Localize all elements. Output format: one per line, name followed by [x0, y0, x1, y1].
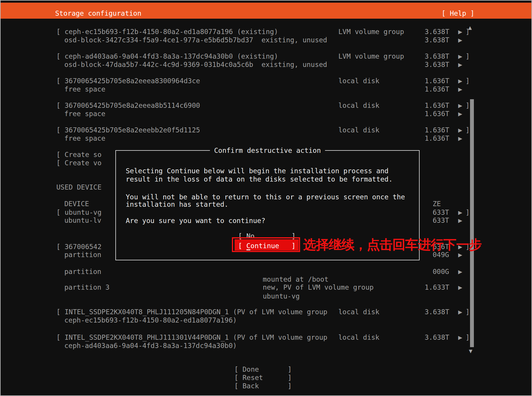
- help-button[interactable]: [ Help ]: [442, 9, 474, 17]
- row-close-bracket: ]: [466, 334, 470, 342]
- row-size: 3.638T: [425, 308, 449, 316]
- row-size: 1.636T: [425, 126, 449, 134]
- row-size: 633T: [433, 217, 449, 225]
- row-annotation: new, PV of LVM volume group: [263, 283, 374, 291]
- row-close-bracket: ]: [466, 308, 470, 316]
- row-type: LVM volume group: [338, 52, 404, 60]
- row-expand-icon: ▶: [458, 110, 462, 118]
- row-expand-icon: ▶: [458, 268, 462, 276]
- row-size: 3.638T: [425, 334, 449, 342]
- row-label: [ ceph-ad403aa6-9a04-4fd3-8a3a-137dc94a3…: [56, 52, 278, 60]
- row-label: ceph-ec15b693-f12b-4150-80a2-ed1a8077a19…: [64, 316, 237, 324]
- reset-button[interactable]: [ Reset ]: [234, 374, 292, 382]
- row-close-bracket: ]: [466, 102, 470, 110]
- back-button[interactable]: [ Back ]: [234, 382, 292, 390]
- dialog-title: Confirm destructive action: [210, 147, 325, 155]
- row-label: osd-block-47daa5b7-442c-4c9d-9369-031b4c…: [64, 61, 327, 69]
- row-expand-icon: ▶: [458, 102, 462, 110]
- row-size: 3.638T: [425, 61, 449, 69]
- row-label: [ 3670065425b705e8a2eeea8b5114c6900: [56, 102, 200, 110]
- dialog-text-line: result in the loss of data on the disks …: [126, 175, 393, 183]
- row-label: DEVICE: [64, 200, 89, 208]
- row-label: free space: [64, 134, 105, 142]
- row-size: 1.636T: [425, 134, 449, 142]
- row-label: partition: [64, 268, 101, 276]
- dialog-text-line: installation has started.: [126, 201, 228, 209]
- row-size: 3.638T: [425, 52, 449, 60]
- row-label: [ 367006542: [56, 243, 101, 251]
- app-header: Storage configuration [ Help ]: [1, 3, 531, 19]
- row-size: 3.638T: [425, 36, 449, 44]
- row-expand-icon: ▶: [458, 308, 462, 316]
- row-size: 1.636T: [425, 110, 449, 118]
- row-size: 1.636T: [425, 102, 449, 110]
- row-size: 000G: [433, 268, 449, 276]
- row-expand-icon: ▶: [458, 77, 462, 85]
- row-close-bracket: ]: [466, 77, 470, 85]
- dialog-text-line: Selecting Continue below will begin the …: [126, 167, 388, 175]
- row-size: 049G: [433, 251, 449, 259]
- row-label: USED DEVICE: [56, 183, 101, 191]
- row-label: partition 3: [64, 283, 109, 291]
- row-type: local disk: [338, 126, 379, 134]
- row-label: [ ceph-ec15b693-f12b-4150-80a2-ed1a8077a…: [56, 28, 278, 36]
- row-expand-icon: ▶: [458, 209, 462, 217]
- row-expand-icon: ▶: [458, 334, 462, 342]
- row-close-bracket: ]: [466, 52, 470, 60]
- row-size: 633T: [433, 209, 449, 217]
- row-annotation: mounted at /boot: [263, 275, 329, 283]
- row-expand-icon: ▶: [458, 217, 462, 225]
- row-type: LVM volume group: [338, 28, 404, 36]
- row-close-bracket: ]: [466, 209, 470, 217]
- annotation-text: 选择继续，点击回车进行下一步: [303, 238, 482, 252]
- row-label: [ INTEL_SSDPE2KX040T8_PHLJ111301V44P0DGN…: [56, 334, 327, 342]
- row-label: [ ubuntu-vg: [56, 209, 101, 217]
- row-expand-icon: ▶: [458, 61, 462, 69]
- row-label: free space: [64, 110, 105, 118]
- row-expand-icon: ▶: [458, 36, 462, 44]
- row-expand-icon: ▶: [458, 52, 462, 60]
- row-label: free space: [64, 85, 105, 93]
- row-expand-icon: ▶: [458, 126, 462, 134]
- row-size: 1.633T: [425, 283, 449, 291]
- row-label: [ Create vo: [56, 159, 101, 167]
- row-expand-icon: ▶: [458, 85, 462, 93]
- row-size: 1.636T: [425, 77, 449, 85]
- row-close-bracket: ]: [466, 126, 470, 134]
- row-type: local disk: [338, 77, 379, 85]
- dialog-text-line: You will not be able to return to this o…: [126, 193, 405, 201]
- row-label: [ Create so: [56, 151, 101, 159]
- row-size: 1.636T: [425, 85, 449, 93]
- row-label: [ INTEL_SSDPE2KX040T8_PHLJ111205N84P0DGN…: [56, 308, 327, 316]
- continue-button[interactable]: [ Continue ]: [238, 242, 296, 250]
- page-title: Storage configuration: [55, 9, 141, 17]
- row-expand-icon: ▶: [458, 283, 462, 291]
- row-label: [ 3670065425b705e8a2eeea8300964d3ce: [56, 77, 200, 85]
- row-label: ceph-ad403aa6-9a04-4fd3-8a3a-137dc94a30b…: [64, 342, 237, 350]
- row-label: osd-block-3427c334-f5a9-4ce1-977a-e5b6d5…: [64, 36, 327, 44]
- text-cursor: [246, 249, 250, 250]
- row-label: partition: [64, 251, 101, 259]
- scroll-up-icon[interactable]: ▲: [468, 25, 472, 31]
- row-expand-icon: ▶: [458, 134, 462, 142]
- row-type: local disk: [338, 334, 379, 342]
- row-size: 3.638T: [425, 28, 449, 36]
- row-label: [ 3670065425b705e8a2eeebb2e0f5d1125: [56, 126, 200, 134]
- row-expand-icon: ▶: [458, 28, 462, 36]
- scroll-down-icon[interactable]: ▼: [469, 348, 472, 354]
- row-annotation: ubuntu-vg: [263, 292, 300, 300]
- row-type: local disk: [338, 308, 379, 316]
- row-expand-icon: ▶: [458, 251, 462, 259]
- row-label: ubuntu-lv: [64, 217, 101, 225]
- scrollbar-thumb[interactable]: [470, 99, 474, 347]
- row-size: ZE: [433, 200, 441, 208]
- done-button[interactable]: [ Done ]: [234, 365, 292, 373]
- dialog-text-line: Are you sure you want to continue?: [126, 217, 265, 225]
- installer-window: Storage configuration [ Help ] [ ceph-ec…: [0, 0, 532, 396]
- row-type: local disk: [338, 102, 379, 110]
